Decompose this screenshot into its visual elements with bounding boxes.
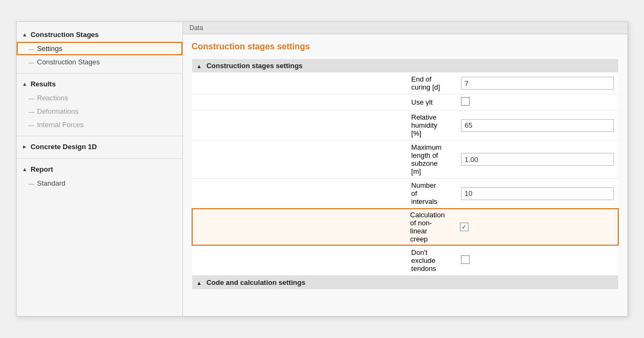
label-use-ylt: Use γlt [398, 94, 448, 111]
value-num-intervals [448, 179, 618, 209]
checkbox-wrap-nonlinear-creep: ✓ [460, 223, 469, 231]
divider-3 [17, 158, 182, 159]
tree-item-label-internal-forces: Internal Forces [37, 121, 84, 129]
tree-group-label-results: Results [31, 80, 56, 88]
tree-item-construction-stages-child[interactable]: Construction Stages [17, 55, 182, 69]
left-panel: ▲ Construction Stages Settings Construct… [17, 22, 183, 316]
settings-row-max-subzone: Maximum length of subzone [m] [192, 141, 618, 179]
checkbox-wrap-exclude-tendons [461, 255, 470, 264]
tree-item-standard[interactable]: Standard [17, 177, 182, 190]
group2-arrow-icon: ▲ [196, 280, 203, 286]
right-top-bar: Data [183, 22, 627, 34]
main-container: ▲ Construction Stages Settings Construct… [16, 21, 628, 317]
value-relative-humidity [448, 111, 618, 141]
settings-row-end-of-curing: End of curing [d] [192, 72, 618, 94]
tree-item-label-deformations: Deformations [37, 107, 78, 115]
topbar-label: Data [189, 24, 203, 32]
tree-group-label-concrete-design: Concrete Design 1D [31, 143, 97, 151]
tree-item-label-settings: Settings [37, 45, 62, 53]
settings-row-exclude-tendons: Don't exclude tendons [192, 245, 618, 276]
tree-section-construction-stages: ▲ Construction Stages Settings Construct… [17, 27, 182, 69]
divider-2 [17, 136, 182, 136]
settings-table: ▲ Construction stages settings End of cu… [192, 59, 619, 289]
input-end-of-curing[interactable] [461, 77, 614, 90]
group1-label: Construction stages settings [207, 62, 303, 70]
tree-section-report: ▲ Report Standard [17, 162, 182, 190]
label-relative-humidity: Relative humidity [%] [398, 111, 448, 141]
value-max-subzone [448, 141, 618, 179]
checkbox-nonlinear-creep[interactable]: ✓ [460, 223, 469, 231]
group2-label: Code and calculation settings [207, 278, 305, 286]
tree-item-internal-forces[interactable]: Internal Forces [17, 118, 182, 131]
value-nonlinear-creep: ✓ [448, 209, 618, 245]
input-max-subzone[interactable] [461, 153, 614, 166]
tree-item-settings[interactable]: Settings [17, 42, 182, 55]
label-nonlinear-creep: Calculation of non-linear creep [398, 209, 448, 245]
input-relative-humidity[interactable] [461, 119, 614, 132]
label-exclude-tendons: Don't exclude tendons [398, 245, 448, 276]
settings-row-use-ylt: Use γlt [192, 94, 618, 111]
settings-row-num-intervals: Number of intervals [192, 179, 618, 209]
group1-arrow-icon: ▲ [196, 63, 203, 69]
arrow-icon-results: ▲ [22, 81, 27, 87]
divider-1 [17, 73, 182, 74]
tree-section-concrete-design: ► Concrete Design 1D [17, 139, 182, 154]
checkbox-exclude-tendons[interactable] [461, 255, 470, 264]
settings-group-header-2[interactable]: ▲ Code and calculation settings [192, 276, 618, 290]
tree-item-label-construction-stages-child: Construction Stages [37, 58, 100, 66]
tree-group-results[interactable]: ▲ Results [17, 77, 182, 91]
tree-group-report[interactable]: ▲ Report [17, 162, 182, 177]
label-max-subzone: Maximum length of subzone [m] [398, 141, 448, 179]
tree-group-label-construction-stages: Construction Stages [31, 31, 99, 39]
arrow-icon-construction-stages: ▲ [22, 32, 27, 38]
right-panel: Data Construction stages settings ▲ Cons… [183, 22, 627, 316]
tree-item-reactions[interactable]: Reactions [17, 91, 182, 105]
right-content: Construction stages settings ▲ Construct… [183, 34, 627, 297]
checkbox-wrap-use-ylt [461, 97, 470, 106]
value-use-ylt [448, 94, 618, 111]
tree-section-results: ▲ Results Reactions Deformations Interna… [17, 77, 182, 131]
section-title: Construction stages settings [192, 42, 619, 52]
value-end-of-curing [448, 72, 618, 94]
input-num-intervals[interactable] [461, 187, 614, 200]
value-exclude-tendons [448, 245, 618, 276]
tree-group-label-report: Report [31, 165, 53, 173]
settings-row-relative-humidity: Relative humidity [%] [192, 111, 618, 141]
label-num-intervals: Number of intervals [398, 179, 448, 209]
tree-item-label-standard: Standard [37, 179, 65, 187]
settings-group-header-1[interactable]: ▲ Construction stages settings [192, 59, 618, 72]
arrow-icon-concrete-design: ► [22, 144, 27, 150]
checkbox-use-ylt[interactable] [461, 97, 470, 106]
tree-item-deformations[interactable]: Deformations [17, 105, 182, 118]
tree-group-construction-stages[interactable]: ▲ Construction Stages [17, 27, 182, 42]
arrow-icon-report: ▲ [22, 166, 27, 172]
label-end-of-curing: End of curing [d] [398, 72, 448, 94]
tree-item-label-reactions: Reactions [37, 94, 68, 102]
settings-row-nonlinear-creep: Calculation of non-linear creep ✓ [192, 209, 618, 245]
tree-group-concrete-design[interactable]: ► Concrete Design 1D [17, 139, 182, 154]
